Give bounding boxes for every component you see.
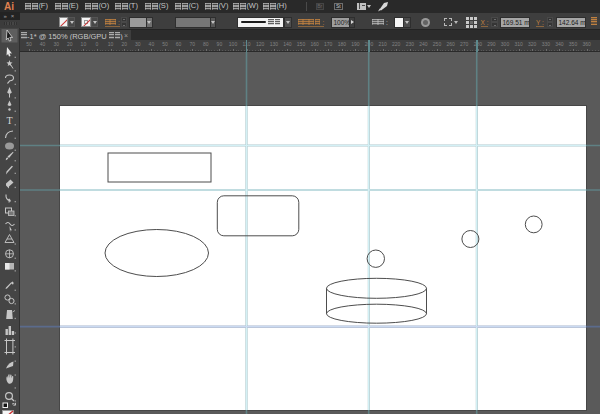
svg-text:T: T: [6, 115, 12, 126]
